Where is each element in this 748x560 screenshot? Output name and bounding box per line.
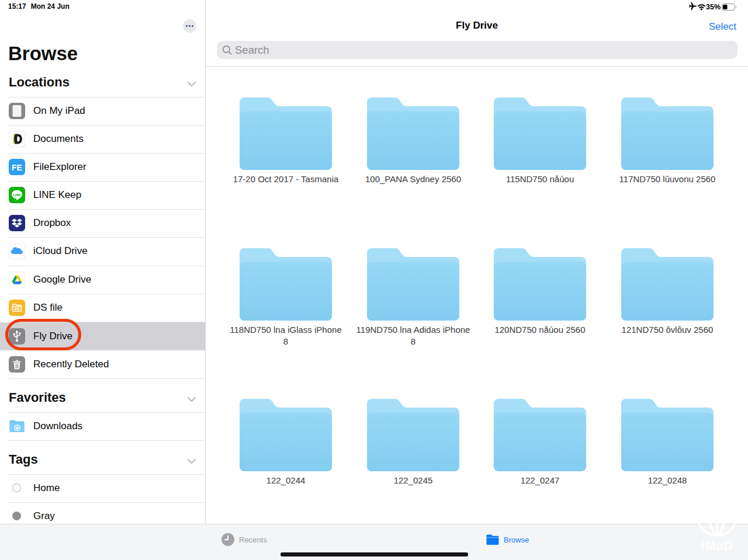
svg-text:FE: FE (12, 163, 22, 172)
svg-text:LINE: LINE (13, 193, 21, 197)
svg-text:iMoD: iMoD (701, 538, 733, 553)
svg-text:35%: 35% (706, 3, 721, 11)
